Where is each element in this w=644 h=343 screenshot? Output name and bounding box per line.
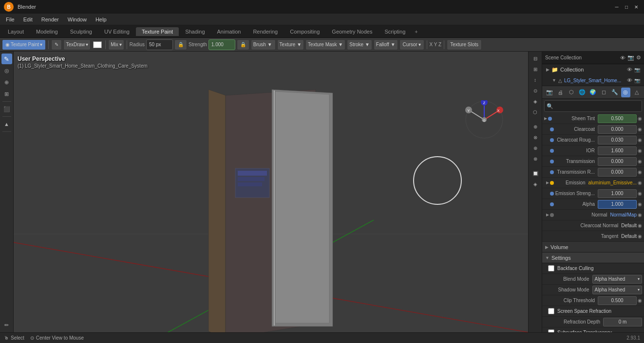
tool-fill[interactable]: ⬛ (1, 104, 12, 114)
cursor-btn[interactable]: Cursor ▾ (399, 39, 424, 50)
rside-icon-1[interactable]: ⊟ (530, 54, 540, 63)
alpha-input[interactable] (598, 200, 637, 209)
object-camera3-icon[interactable]: 📷 (634, 78, 640, 83)
rside-icon-10[interactable]: ⊗ (530, 154, 540, 163)
window-controls[interactable]: ─ □ ✕ (613, 3, 640, 11)
transmission-input[interactable] (598, 157, 637, 166)
rside-icon-6[interactable]: ⬡ (530, 107, 540, 117)
section-settings[interactable]: ▼ Settings (542, 253, 644, 263)
viewport-gizmo[interactable]: X Y Z ⊙ (465, 100, 504, 139)
tab-add[interactable]: + (412, 27, 420, 36)
props-tab-scene[interactable]: 🌐 (578, 88, 587, 97)
tool-clone[interactable]: ⊞ (1, 89, 12, 99)
shadow-mode-dropdown[interactable]: Alpha Hashed ▾ (592, 286, 643, 294)
emission-dot[interactable] (550, 181, 554, 185)
transmission-r-add-icon[interactable]: ◉ (638, 169, 642, 175)
rside-icon-7[interactable]: ⊕ (530, 122, 540, 131)
rside-icon-12[interactable]: ◈ (530, 179, 540, 189)
tab-geometry-nodes[interactable]: Geometry Nodes (326, 27, 378, 36)
tool-mask[interactable]: ▲ (1, 119, 12, 129)
emissstr-dot[interactable] (550, 192, 554, 196)
tab-sculpting[interactable]: Sculpting (64, 27, 98, 36)
tab-shading[interactable]: Shading (179, 27, 210, 36)
transmission-r-input[interactable] (598, 168, 637, 177)
scene-settings-icon[interactable]: ⚙ (636, 54, 641, 61)
menu-file[interactable]: File (2, 16, 19, 23)
refraction-depth-input[interactable] (603, 318, 642, 326)
mode-dropdown[interactable]: ◉ Texture Paint ▾ (2, 39, 46, 50)
emission-str-input[interactable] (598, 189, 637, 198)
clip-threshold-add-icon[interactable]: ◉ (638, 298, 642, 303)
rside-icon-5[interactable]: ◈ (530, 96, 540, 106)
tool-smear[interactable]: ⊕ (1, 77, 12, 88)
emission-add-icon[interactable]: ◉ (638, 180, 642, 185)
menu-help[interactable]: Help (92, 16, 111, 23)
alpha-add-icon[interactable]: ◉ (638, 201, 642, 207)
stroke-dropdown[interactable]: Stroke ▼ (347, 39, 372, 50)
rside-icon-3[interactable]: ↕ (530, 75, 540, 85)
object-eye-icon[interactable]: 👁 (627, 77, 632, 83)
blend-mode-dropdown[interactable]: Alpha Hashed ▾ (592, 275, 643, 284)
props-tab-modifier[interactable]: 🔧 (610, 88, 619, 97)
minimize-button[interactable]: ─ (613, 3, 621, 11)
tangent-add-icon[interactable]: ◉ (638, 234, 642, 239)
props-tab-world[interactable]: 🌍 (588, 88, 597, 97)
brush-mode-icon-btn[interactable]: ✎ (51, 39, 62, 50)
clearcoat-dot[interactable] (550, 127, 554, 131)
tool-soften[interactable]: ◎ (1, 65, 12, 76)
maximize-button[interactable]: □ (623, 3, 630, 11)
props-tab-material[interactable]: ◎ (621, 88, 630, 97)
props-tab-data[interactable]: △ (632, 88, 641, 97)
clearcoat-rough-dot[interactable] (550, 138, 554, 142)
clip-threshold-input[interactable] (598, 296, 637, 305)
tab-scripting[interactable]: Scripting (379, 27, 411, 36)
tab-uv-editing[interactable]: UV Editing (98, 27, 135, 36)
ior-input[interactable] (598, 146, 637, 155)
props-tab-output[interactable]: 🖨 (556, 88, 565, 97)
subsurface-checkbox[interactable] (548, 329, 554, 332)
color-swatch[interactable] (92, 39, 103, 50)
tab-layout[interactable]: Layout (2, 27, 30, 36)
section-volume[interactable]: ▶ Volume (542, 242, 644, 253)
tab-rendering[interactable]: Rendering (247, 27, 284, 36)
tab-animation[interactable]: Animation (211, 27, 247, 36)
rside-icon-9[interactable]: ⊕ (530, 143, 540, 153)
rside-icon-8[interactable]: ⊗ (530, 132, 540, 142)
falloff-dropdown[interactable]: Falloff ▼ (374, 39, 398, 50)
clearcoat-rough-add-icon[interactable]: ◉ (638, 137, 642, 143)
scene-camera-icon[interactable]: 📷 (627, 54, 634, 61)
rside-icon-11[interactable]: 🔲 (530, 168, 540, 178)
props-tab-view[interactable]: ⬡ (567, 88, 576, 97)
emission-str-add-icon[interactable]: ◉ (638, 191, 642, 196)
tab-compositing[interactable]: Compositing (284, 27, 325, 36)
rside-icon-4[interactable]: ⊙ (530, 86, 540, 95)
normal-value[interactable]: Normal/Map (610, 212, 637, 217)
rside-icon-2[interactable]: ⊞ (530, 64, 540, 74)
tangent-value[interactable]: Default (621, 234, 637, 239)
normal-dot[interactable] (550, 213, 554, 217)
search-input[interactable] (555, 104, 640, 109)
scene-view-icon[interactable]: 👁 (620, 55, 625, 61)
clearcoat-normal-add-icon[interactable]: ◉ (638, 223, 642, 228)
transmission-dot[interactable] (550, 160, 554, 163)
strength-input[interactable] (208, 39, 235, 50)
transmission-r-dot[interactable] (550, 170, 554, 174)
ior-add-icon[interactable]: ◉ (638, 148, 642, 153)
blend-dropdown[interactable]: Mix ▾ (108, 39, 124, 50)
ssr-checkbox[interactable] (548, 308, 554, 314)
sheen-tint-add-icon[interactable]: ◉ (638, 116, 642, 121)
texture-slots-btn[interactable]: Texture Slots (447, 39, 482, 50)
status-center-view[interactable]: ⊙ Center View to Mouse (30, 335, 84, 341)
tool-draw[interactable]: ✎ (1, 54, 12, 64)
sheen-tint-dot[interactable] (548, 117, 552, 121)
clearcoat-add-icon[interactable]: ◉ (638, 126, 642, 132)
viewport[interactable]: User Perspective (1) LG_Styler_Smart_Hom… (14, 52, 528, 332)
alpha-dot[interactable] (550, 202, 554, 206)
normal-add-icon[interactable]: ◉ (638, 212, 642, 217)
strength-lock-btn[interactable]: 🔒 (237, 39, 249, 50)
transmission-add-icon[interactable]: ◉ (638, 159, 642, 164)
emission-texture-name[interactable]: aluminium_Emissive... (588, 180, 637, 185)
sheen-tint-input[interactable] (598, 114, 637, 123)
brush-type-dropdown[interactable]: Brush ▼ (251, 39, 276, 50)
menu-window[interactable]: Window (64, 16, 91, 23)
